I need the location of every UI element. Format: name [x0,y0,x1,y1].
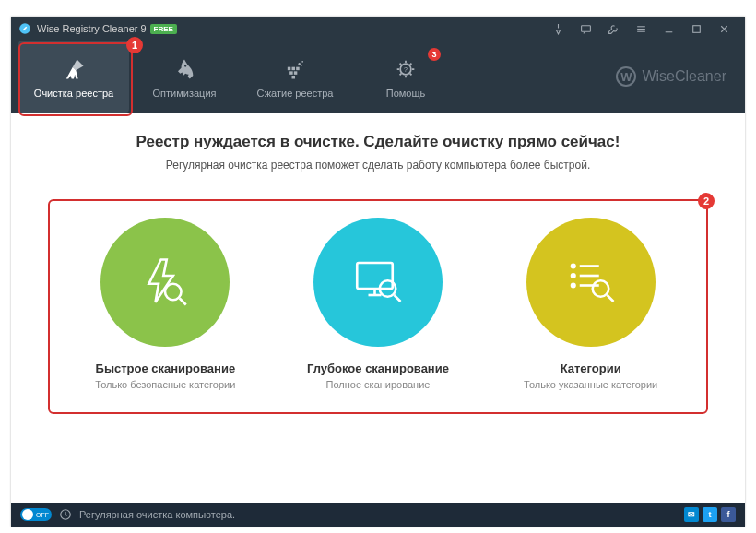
nav-label: Сжатие реестра [257,88,334,99]
clock-icon [59,508,72,521]
page-heading: Реестр нуждается в очистке. Сделайте очи… [48,133,708,151]
svg-rect-14 [294,71,298,75]
option-subtitle: Только указанные категории [524,379,657,390]
page-subheading: Регулярная очистка реестра поможет сдела… [48,159,708,172]
main-content: Реестр нуждается в очистке. Сделайте очи… [11,113,745,414]
navbar: Очистка реестра Оптимизация Сжатие реест… [11,41,745,113]
option-title: Быстрое сканирование [96,361,236,375]
svg-line-22 [180,299,186,305]
toggle-label: OFF [36,512,49,518]
list-search-icon [526,218,656,347]
svg-rect-1 [581,25,590,30]
lightning-search-icon [100,218,230,347]
nav-registry-clean[interactable]: Очистка реестра [18,41,129,113]
help-badge: 3 [428,48,441,61]
twitter-button[interactable]: t [703,507,717,522]
pin-button[interactable] [544,17,572,41]
window-title: Wise Registry Cleaner 9 FREE [37,23,177,34]
deep-scan-option[interactable]: Глубокое сканирование Полное сканировани… [286,218,470,390]
quick-scan-option[interactable]: Быстрое сканирование Только безопасные к… [73,218,257,390]
nav-optimize[interactable]: Оптимизация [129,41,240,113]
nav-label: Очистка реестра [34,88,113,99]
option-title: Категории [561,361,621,375]
nav-label: Помощь [386,88,426,99]
footer-text: Регулярная очистка компьютера. [79,509,235,520]
svg-point-21 [165,284,182,301]
minimize-button[interactable] [655,17,682,41]
mail-button[interactable]: ✉ [684,507,699,522]
svg-point-30 [572,274,575,278]
social-links: ✉ t f [684,507,736,522]
svg-text:?: ? [404,66,408,73]
app-name: Wise Registry Cleaner 9 [37,23,147,34]
brand-text: WiseCleaner [642,68,726,85]
nav-label: Оптимизация [153,88,217,99]
schedule-toggle[interactable]: OFF [20,508,52,521]
free-badge: FREE [150,24,177,34]
feedback-button[interactable] [572,17,599,41]
svg-rect-11 [292,67,296,71]
broom-icon [59,54,89,84]
svg-rect-15 [292,76,296,79]
annotation-badge-2: 2 [698,193,715,209]
option-title: Глубокое сканирование [307,361,449,375]
svg-point-16 [299,63,301,65]
svg-line-27 [394,295,400,302]
svg-point-32 [572,284,575,288]
option-subtitle: Полное сканирование [326,379,431,390]
svg-point-9 [184,65,186,66]
svg-rect-6 [692,25,700,32]
categories-option[interactable]: Категории Только указанные категории [499,218,683,390]
compress-icon [280,54,310,84]
svg-rect-23 [357,263,393,289]
svg-point-34 [592,280,608,297]
option-subtitle: Только безопасные категории [95,379,235,390]
svg-line-35 [607,295,613,302]
maximize-button[interactable] [682,17,710,41]
svg-point-17 [301,61,303,63]
brand: W WiseCleaner [616,41,738,113]
monitor-search-icon [313,218,443,347]
facebook-button[interactable]: f [721,507,736,522]
footer: OFF Регулярная очистка компьютера. ✉ t f [11,503,745,527]
titlebar: Wise Registry Cleaner 9 FREE [11,17,745,41]
svg-rect-13 [289,71,293,75]
app-logo-icon [18,22,31,35]
rocket-icon [170,54,199,84]
tools-button[interactable] [599,17,627,41]
gear-help-icon: ? [391,54,420,84]
close-button[interactable] [710,17,738,41]
nav-help[interactable]: ? 3 Помощь [350,41,461,113]
svg-point-28 [572,265,575,268]
nav-compress[interactable]: Сжатие реестра [240,41,350,113]
svg-rect-10 [288,67,291,71]
annotation-badge-1: 1 [126,37,143,53]
svg-rect-12 [296,67,300,71]
menu-button[interactable] [627,17,655,41]
annotation-highlight-2: 2 Быстрое сканирование Только безопасные… [48,199,708,414]
brand-icon: W [616,66,636,87]
svg-point-18 [301,65,301,66]
